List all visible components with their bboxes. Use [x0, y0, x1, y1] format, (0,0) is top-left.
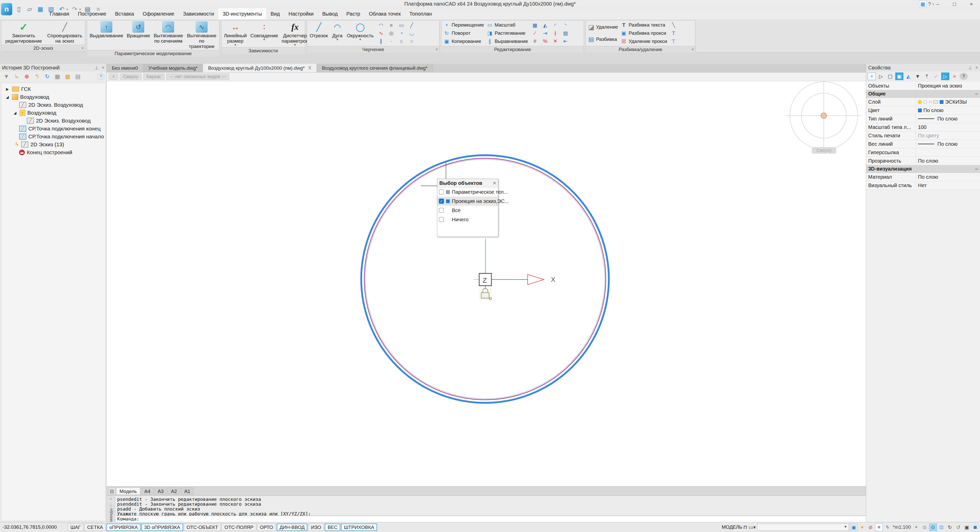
toggle-iso[interactable]: ИЗО: [308, 524, 324, 531]
layout-list-icon[interactable]: ▤: [108, 488, 115, 494]
arc-caret-icon[interactable]: ▾: [336, 38, 338, 41]
marquee-select-icon[interactable]: ▢: [886, 73, 894, 80]
pin-icon[interactable]: ⊥: [968, 65, 972, 70]
scale-button[interactable]: ▭ Масштаб: [485, 21, 529, 29]
rotate-button[interactable]: ↻ Поворот: [442, 29, 485, 37]
loft-button[interactable]: ◠ Вытягивание по сечениям: [152, 21, 185, 49]
prop-section-3d-vis[interactable]: 3D-визуализация –: [866, 165, 980, 173]
collapse-icon[interactable]: –: [975, 91, 978, 97]
group-footer-param-modeling[interactable]: Параметрическое моделирование: [87, 50, 219, 57]
minimize-button[interactable]: –: [932, 1, 943, 7]
redo-icon[interactable]: ↷: [71, 5, 79, 13]
tree-item-vozduhovod[interactable]: ◢ Воздуховод: [1, 93, 105, 101]
flip-select-icon[interactable]: ◭: [904, 73, 913, 80]
toggle-hatch[interactable]: ШТРИХОВКА: [341, 524, 377, 531]
param-manager-button[interactable]: fx Диспетчер параметров ▾: [280, 21, 310, 47]
polyline-icon[interactable]: ◠: [376, 21, 386, 29]
prop-row-layer[interactable]: Слой ⊓ ЭСКИЗЫ: [866, 98, 980, 106]
layer-color-swatch[interactable]: [940, 100, 943, 104]
tree-item-end[interactable]: Конец построений: [1, 148, 105, 156]
ucs-dynamic-icon[interactable]: ϟ: [883, 524, 891, 531]
command-pin-icon[interactable]: ⊥: [109, 502, 113, 507]
coincide-button[interactable]: ∶ Совпадение ▾: [249, 21, 280, 47]
wheel-view-label[interactable]: Сверху: [812, 147, 836, 154]
regen-icon[interactable]: ↺: [955, 524, 962, 531]
align-button[interactable]: ∥ Выравнивание: [485, 37, 529, 45]
hatch-layers-icon[interactable]: ≡: [387, 21, 396, 29]
toggle-osnap[interactable]: оПРИВЯЗКА: [107, 524, 141, 531]
export-node-icon[interactable]: ↳: [12, 73, 21, 80]
rebuild-icon[interactable]: ▩: [63, 73, 72, 80]
dialog-item-all[interactable]: Все: [437, 206, 498, 215]
prop-section-general[interactable]: Общие –: [866, 90, 980, 98]
break-icon[interactable]: %: [540, 37, 550, 45]
tree-item-extrude[interactable]: ◢ ↑ Воздуховод: [1, 109, 105, 117]
dialog-item-parametric[interactable]: Параметрическое тел...: [437, 187, 498, 197]
circle-caret-icon[interactable]: ▾: [360, 38, 361, 41]
highlight-bulb-icon[interactable]: ●: [858, 524, 866, 531]
toggle-polar[interactable]: ОТС-ПОЛЯР: [221, 524, 256, 531]
checkbox-checked[interactable]: ✓: [439, 199, 444, 204]
filter-icon[interactable]: ▼: [2, 73, 11, 80]
hatch-edit-icon[interactable]: #: [530, 37, 540, 45]
polygon-icon[interactable]: ⌂: [397, 37, 406, 45]
close-panel-icon[interactable]: ×: [102, 65, 104, 70]
tree-item-sketch-13[interactable]: ϟ ╱ 2D Эскиз (13): [1, 140, 105, 148]
prop-row-objects[interactable]: Объекты Проекция на эскиз: [866, 82, 980, 90]
deselect-icon[interactable]: ×: [950, 73, 959, 80]
toggle-grid[interactable]: СЕТКА: [84, 524, 106, 531]
report-icon[interactable]: ▤: [73, 73, 82, 80]
viewport-monitor-icon[interactable]: ▭▾: [748, 524, 757, 531]
extend-icon[interactable]: ⇥: [540, 29, 550, 37]
prop-row-ltscale[interactable]: Масштаб типа л... 100: [866, 123, 980, 131]
doc-tab-active[interactable]: Воздуховод круглый Ду100х2000 (пм).dwg* …: [203, 64, 317, 72]
help-menu[interactable]: ?: [928, 1, 931, 7]
tree-item-sketch-2[interactable]: ╱ 2D Эскиз. Воздуховод: [1, 117, 105, 124]
rectangle-icon[interactable]: ▭: [397, 21, 406, 29]
pie-icon[interactable]: ◔: [397, 29, 406, 37]
mirror-icon[interactable]: ◭: [540, 21, 550, 29]
pin-icon[interactable]: ⊥: [95, 65, 99, 70]
group-footer-editing[interactable]: Редактирование: [441, 46, 584, 53]
menu-vid[interactable]: Вид: [266, 8, 284, 19]
expander-expanded-icon[interactable]: ◢: [13, 111, 18, 115]
expander-collapsed-icon[interactable]: ▶: [5, 87, 10, 91]
menu-topoplan[interactable]: Топоплан: [405, 8, 436, 19]
color-swatch[interactable]: [918, 108, 922, 112]
add-to-selection-icon[interactable]: +: [868, 73, 876, 80]
prop-row-material[interactable]: Материал По слою: [866, 173, 980, 181]
menu-zavisimosti[interactable]: Зависимости: [179, 8, 218, 19]
apply-check-icon[interactable]: ✓: [932, 73, 940, 80]
array-icon[interactable]: ▦: [530, 21, 540, 29]
stretch-button[interactable]: ◨ Растягивание: [485, 29, 529, 37]
error-node-icon[interactable]: ⊕: [22, 73, 31, 80]
menu-nastroyki[interactable]: Настройки: [284, 8, 318, 19]
zoom-icon[interactable]: ⊙: [921, 524, 928, 531]
extrude-button[interactable]: ↑ Выдавливание: [88, 21, 124, 49]
toggle-ortho[interactable]: ОРТО: [257, 524, 276, 531]
erase-button[interactable]: ◪ Удаление: [587, 23, 619, 31]
dialog-close-icon[interactable]: ×: [493, 180, 496, 186]
offset-icon[interactable]: ⁄: [530, 29, 540, 37]
save-all-icon[interactable]: ▧: [47, 5, 55, 13]
toggle-dyn-input[interactable]: ДИН-ВВОД: [277, 524, 308, 531]
lift-selection-icon[interactable]: ⇡: [923, 73, 931, 80]
spiral-icon[interactable]: ◎: [387, 29, 396, 37]
checkbox-unchecked[interactable]: [439, 208, 444, 213]
arc-button[interactable]: ◠ Дуга ▾: [330, 21, 345, 45]
dialog-item-projection[interactable]: ✓ Проекция на эскиз,ЭС...: [437, 197, 498, 206]
menu-vyvod[interactable]: Вывод: [318, 8, 342, 19]
tab-close-icon[interactable]: X: [309, 65, 312, 71]
toggle-snap[interactable]: ШАГ: [68, 524, 83, 531]
selection-filter-icon[interactable]: ▼: [914, 73, 922, 80]
scissors-icon[interactable]: ✕: [550, 37, 560, 45]
solids-icon[interactable]: ▦: [53, 73, 62, 80]
import-node-icon[interactable]: ↰: [33, 73, 41, 80]
project-to-sketch-button[interactable]: ╱ Спроецировать на эскиз: [45, 21, 84, 44]
top-view-button[interactable]: Сверху: [120, 73, 142, 80]
circle-button[interactable]: ◯ Окружность ▾: [345, 21, 375, 45]
annotation-scale-label[interactable]: *m1:100: [892, 524, 912, 531]
checkbox-unchecked[interactable]: [439, 217, 444, 222]
command-close-icon[interactable]: ×: [110, 497, 112, 502]
linear-dim-button[interactable]: ↔ Линейный размер ▾: [222, 21, 248, 47]
